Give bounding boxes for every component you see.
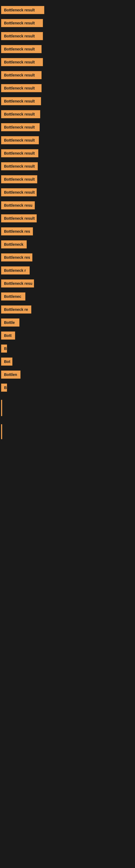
bottleneck-label: Bottleneck result [1, 32, 43, 40]
list-item: Bottlen [0, 369, 135, 381]
bottleneck-label: Bottleneck result [1, 19, 43, 27]
bottleneck-label: Bottleneck result [1, 84, 42, 92]
bottleneck-label: Bottleneck result [1, 97, 41, 105]
list-item: Bottleneck result [0, 43, 135, 56]
bottleneck-label: Bottleneck re [1, 305, 31, 314]
bottleneck-label: Bottlenec [1, 292, 26, 301]
bottleneck-label: Bottleneck res [1, 227, 33, 236]
list-item: Bottleneck result [0, 122, 135, 134]
list-item: Bottleneck result [0, 95, 135, 108]
bottleneck-label: Bottleneck result [1, 71, 42, 79]
bottleneck-label: Bottleneck resu [1, 279, 34, 287]
list-item: Bottleneck r [0, 265, 135, 277]
list-item: Bottleneck re [0, 304, 135, 316]
bottleneck-label: Bottleneck result [1, 6, 44, 14]
bottleneck-label: B [1, 383, 7, 392]
vertical-bar-2 [1, 424, 2, 439]
list-item: Bottleneck result [0, 187, 135, 199]
bottleneck-label: Bottleneck result [1, 110, 40, 118]
list-item: B [0, 343, 135, 355]
bottleneck-label: Bottleneck result [1, 188, 37, 196]
list-item: B [0, 382, 135, 394]
bottleneck-list: Bottleneck resultBottleneck resultBottle… [0, 4, 135, 394]
list-item: Bottleneck resu [0, 278, 135, 290]
list-item: Bottle [0, 317, 135, 329]
site-title [0, 0, 135, 4]
bottleneck-label: Bottleneck result [1, 58, 43, 66]
bottleneck-label: Bottleneck res [1, 253, 32, 261]
list-item: Bottleneck result [0, 148, 135, 160]
list-item: Bottleneck result [0, 83, 135, 95]
bottleneck-label: Bottleneck result [1, 214, 37, 222]
bottleneck-label: Bottleneck r [1, 267, 30, 275]
list-item: Bot [0, 356, 135, 368]
list-item: Bottleneck [0, 239, 135, 251]
bottleneck-label: Bottleneck [1, 240, 27, 248]
list-item: Bottleneck result [0, 213, 135, 225]
bottleneck-label: B [1, 344, 7, 352]
list-item: Bottleneck result [0, 4, 135, 17]
list-item: Bottleneck res [0, 252, 135, 264]
bottleneck-label: Bottleneck result [1, 136, 39, 144]
bottleneck-label: Bot [1, 358, 12, 366]
bottleneck-label: Bottlen [1, 371, 20, 379]
bottleneck-label: Bottleneck resu [1, 201, 35, 209]
list-item: Bottleneck result [0, 108, 135, 121]
list-item: Bottleneck result [0, 161, 135, 173]
bottom-section [0, 400, 135, 439]
vertical-bar-1 [1, 400, 2, 416]
list-item: Bott [0, 330, 135, 342]
bottleneck-label: Bott [1, 332, 15, 340]
bottleneck-label: Bottleneck result [1, 175, 37, 183]
list-item: Bottlenec [0, 291, 135, 303]
bottleneck-label: Bottleneck result [1, 162, 38, 170]
bottleneck-label: Bottleneck result [1, 123, 40, 131]
list-item: Bottleneck result [0, 134, 135, 147]
bottleneck-label: Bottleneck result [1, 45, 42, 53]
bottleneck-label: Bottleneck result [1, 149, 38, 157]
list-item: Bottleneck resu [0, 199, 135, 212]
list-item: Bottleneck result [0, 69, 135, 82]
list-item: Bottleneck res [0, 226, 135, 238]
bottleneck-label: Bottle [1, 318, 19, 327]
list-item: Bottleneck result [0, 18, 135, 30]
list-item: Bottleneck result [0, 174, 135, 186]
list-item: Bottleneck result [0, 56, 135, 69]
list-item: Bottleneck result [0, 30, 135, 43]
